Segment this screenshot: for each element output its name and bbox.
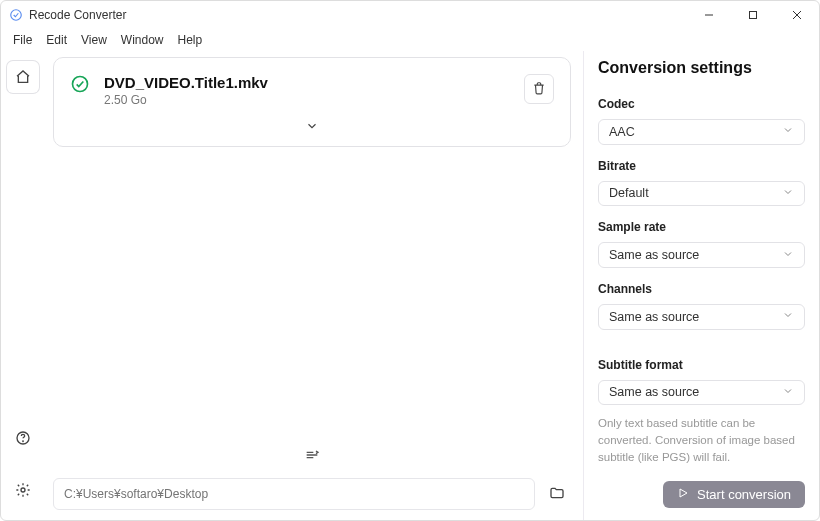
samplerate-label: Sample rate: [598, 220, 805, 234]
list-options-button[interactable]: [53, 439, 571, 470]
start-conversion-button[interactable]: Start conversion: [663, 481, 805, 508]
settings-button[interactable]: [7, 474, 39, 506]
main-area: DVD_VIDEO.Title1.mkv 2.50 Go: [45, 51, 583, 520]
content: DVD_VIDEO.Title1.mkv 2.50 Go: [1, 51, 819, 520]
maximize-button[interactable]: [731, 1, 775, 29]
home-button[interactable]: [7, 61, 39, 93]
subtitle-label: Subtitle format: [598, 358, 805, 372]
trash-icon: [532, 81, 546, 98]
file-size: 2.50 Go: [104, 93, 510, 107]
menubar: File Edit View Window Help: [1, 29, 819, 51]
delete-file-button[interactable]: [524, 74, 554, 104]
subtitle-value: Same as source: [609, 385, 699, 399]
menu-file[interactable]: File: [7, 31, 38, 49]
bitrate-value: Default: [609, 186, 649, 200]
subtitle-select[interactable]: Same as source: [598, 380, 805, 406]
svg-point-5: [21, 488, 25, 492]
app-icon: [9, 8, 23, 22]
chevron-down-icon: [782, 186, 794, 201]
chevron-down-icon: [305, 119, 319, 136]
bitrate-select[interactable]: Default: [598, 181, 805, 207]
play-icon: [677, 487, 689, 502]
file-card: DVD_VIDEO.Title1.mkv 2.50 Go: [53, 57, 571, 147]
menu-window[interactable]: Window: [115, 31, 170, 49]
menu-help[interactable]: Help: [172, 31, 209, 49]
codec-label: Codec: [598, 97, 805, 111]
codec-value: AAC: [609, 125, 635, 139]
conversion-settings-panel: Conversion settings Codec AAC Bitrate De…: [583, 51, 819, 520]
chevron-down-icon: [782, 385, 794, 400]
check-circle-icon: [70, 74, 90, 97]
menu-view[interactable]: View: [75, 31, 113, 49]
window-title: Recode Converter: [29, 8, 687, 22]
svg-rect-2: [750, 11, 757, 18]
channels-select[interactable]: Same as source: [598, 304, 805, 330]
svg-point-0: [11, 9, 22, 20]
menu-edit[interactable]: Edit: [40, 31, 73, 49]
bitrate-label: Bitrate: [598, 159, 805, 173]
samplerate-select[interactable]: Same as source: [598, 242, 805, 268]
expand-file-button[interactable]: [70, 113, 554, 136]
channels-value: Same as source: [609, 310, 699, 324]
channels-label: Channels: [598, 282, 805, 296]
samplerate-value: Same as source: [609, 248, 699, 262]
start-button-label: Start conversion: [697, 487, 791, 502]
file-name: DVD_VIDEO.Title1.mkv: [104, 74, 510, 91]
chevron-down-icon: [782, 309, 794, 324]
left-rail: [1, 51, 45, 520]
folder-icon: [549, 485, 565, 504]
browse-folder-button[interactable]: [543, 480, 571, 508]
output-path-input[interactable]: [53, 478, 535, 510]
help-button[interactable]: [7, 422, 39, 454]
titlebar: Recode Converter: [1, 1, 819, 29]
window-controls: [687, 1, 819, 29]
chevron-down-icon: [782, 248, 794, 263]
chevron-down-icon: [782, 124, 794, 139]
settings-title: Conversion settings: [598, 59, 805, 77]
minimize-button[interactable]: [687, 1, 731, 29]
svg-point-4: [23, 441, 24, 442]
codec-select[interactable]: AAC: [598, 119, 805, 145]
subtitle-helper-text: Only text based subtitle can be converte…: [598, 415, 805, 465]
list-icon: [304, 447, 320, 466]
close-button[interactable]: [775, 1, 819, 29]
